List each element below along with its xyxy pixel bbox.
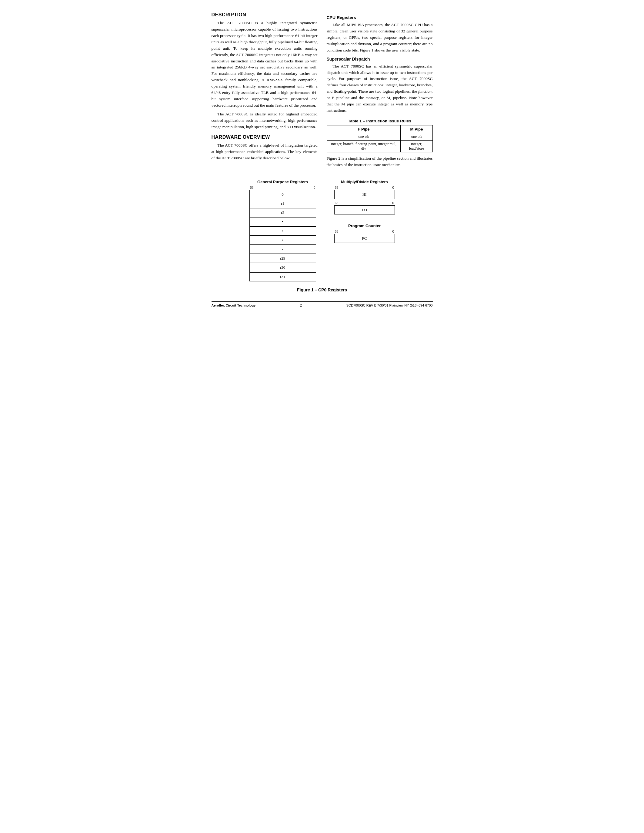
gpr-row-dot2: •	[250, 227, 316, 236]
footer: Aeroflex Circuit Technology 2 SCD7000SC …	[211, 301, 433, 307]
lo-bit-labels: 63 0	[334, 201, 395, 205]
gpr-row-dot3: •	[250, 236, 316, 245]
description-para2: The ACT 7000SC is ideally suited for hig…	[211, 111, 317, 130]
gpr-row-r30: r30	[250, 263, 316, 272]
hardware-overview-heading: HARDWARE OVERVIEW	[211, 135, 317, 140]
cpu-registers-heading: CPU Registers	[327, 15, 433, 20]
table-row: one of: one of:	[327, 133, 433, 140]
footer-page-number: 2	[300, 303, 302, 307]
md-label: Multiply/Divide Registers	[341, 180, 388, 184]
cpu-registers-para1: Like all MIPS ISA processors, the ACT 70…	[327, 22, 433, 54]
main-content: DESCRIPTION The ACT 7000SC is a highly i…	[211, 12, 433, 170]
table-cell: one of:	[327, 133, 401, 140]
left-column: DESCRIPTION The ACT 7000SC is a highly i…	[211, 12, 317, 170]
table-cell: one of:	[401, 133, 433, 140]
pc-diagram: Program Counter 63 0 PC	[334, 224, 395, 243]
table-note: Figure 2 is a simplification of the pipe…	[327, 155, 433, 168]
md-diagram: Multiply/Divide Registers 63 0 HI 63 0 L…	[334, 180, 395, 214]
pc-bit-labels: 63 0	[334, 229, 395, 234]
table-title: Table 1 – Instruction Issue Rules	[327, 119, 433, 123]
description-heading: DESCRIPTION	[211, 12, 317, 18]
hi-bit-labels: 63 0	[334, 185, 395, 190]
hi-register: HI	[334, 190, 395, 199]
figure-caption: Figure 1 – CP0 Registers	[211, 288, 433, 292]
table-col2-header: M Pipe	[401, 125, 433, 133]
diagrams-section: General Purpose Registers 63 0 0 r1 r2 •…	[211, 180, 433, 281]
footer-right: SCD7000SC REV B 7/30/01 Plainview NY (51…	[346, 304, 433, 307]
superscalar-dispatch-para1: The ACT 7000SC has an efficient symmetri…	[327, 63, 433, 114]
hardware-overview-para1: The ACT 7000SC offers a high-level of in…	[211, 142, 317, 161]
gpr-row-0: 0	[250, 190, 316, 199]
table-cell: integer, load/store	[401, 140, 433, 152]
gpr-bit-labels: 63 0	[250, 185, 316, 190]
table-cell: integer, branch, floating-point, integer…	[327, 140, 401, 152]
right-column: CPU Registers Like all MIPS ISA processo…	[327, 12, 433, 170]
gpr-row-r2: r2	[250, 208, 316, 217]
gpr-row-r29: r29	[250, 254, 316, 263]
gpr-label: General Purpose Registers	[257, 180, 308, 184]
table-row: integer, branch, floating-point, integer…	[327, 140, 433, 152]
lo-register: LO	[334, 205, 395, 214]
right-diagrams: Multiply/Divide Registers 63 0 HI 63 0 L…	[334, 180, 395, 243]
page: DESCRIPTION The ACT 7000SC is a highly i…	[211, 12, 433, 345]
footer-left: Aeroflex Circuit Technology	[211, 304, 256, 307]
pc-register: PC	[334, 234, 395, 243]
superscalar-dispatch-heading: Superscalar Dispatch	[327, 57, 433, 61]
pc-label: Program Counter	[348, 224, 381, 228]
gpr-diagram: General Purpose Registers 63 0 0 r1 r2 •…	[250, 180, 316, 281]
description-para1: The ACT 7000SC is a highly integrated sy…	[211, 20, 317, 109]
gpr-row-r31: r31	[250, 272, 316, 281]
table-col1-header: F Pipe	[327, 125, 401, 133]
gpr-row-dot1: •	[250, 217, 316, 226]
gpr-row-r1: r1	[250, 199, 316, 208]
instruction-issue-table: F Pipe M Pipe one of: one of: integer, b…	[327, 125, 433, 152]
gpr-row-dot4: •	[250, 245, 316, 254]
